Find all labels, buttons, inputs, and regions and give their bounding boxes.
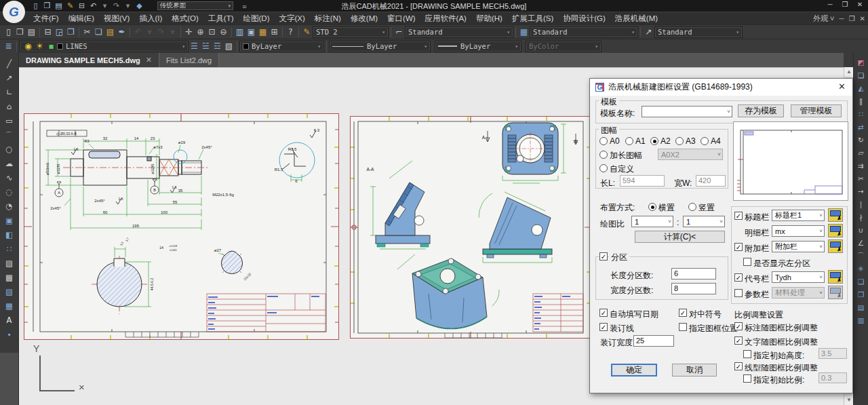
plot-icon[interactable]: ⊟ bbox=[42, 26, 54, 38]
init-scale-checkbox[interactable] bbox=[743, 374, 751, 383]
match-properties-icon[interactable]: ✒ bbox=[116, 26, 127, 38]
text-style-combo[interactable]: STD 2▾ bbox=[313, 26, 389, 38]
ray-icon[interactable]: ↗ bbox=[3, 73, 15, 84]
publish-icon[interactable]: ❐ bbox=[65, 26, 77, 38]
zoom-previous-icon[interactable]: ⊖ bbox=[218, 26, 229, 38]
array-icon[interactable]: ∷ bbox=[856, 109, 867, 119]
menu-view[interactable]: 视图(V) bbox=[99, 12, 134, 25]
circle-icon[interactable]: ○ bbox=[3, 144, 15, 155]
radio-portrait[interactable] bbox=[688, 203, 696, 211]
offset-icon[interactable]: ∥ bbox=[856, 96, 867, 107]
copy-icon[interactable]: ❏ bbox=[93, 26, 104, 38]
mdi-restore-button[interactable]: ❐ bbox=[849, 15, 855, 22]
draworder-front-icon[interactable]: ❏ bbox=[856, 276, 867, 287]
fillet-icon[interactable]: ⌒ bbox=[856, 250, 867, 261]
mleader-style-combo[interactable]: Standard▾ bbox=[654, 26, 743, 38]
template-name-combo[interactable]: ˅ bbox=[642, 106, 732, 117]
redo-icon[interactable]: ↷ bbox=[155, 26, 167, 38]
titleblock-checkbox[interactable]: ✓ bbox=[734, 212, 743, 220]
polygon-icon[interactable]: ⌂ bbox=[3, 101, 15, 113]
radio-landscape[interactable] bbox=[648, 203, 656, 211]
menu-help[interactable]: 帮助(H) bbox=[471, 12, 507, 25]
layer-on-icon[interactable]: ◉ bbox=[22, 40, 34, 52]
tab-close-icon[interactable]: ✕ bbox=[146, 56, 152, 64]
zone-length-field[interactable]: 6 bbox=[671, 268, 716, 279]
frame-position-checkbox[interactable] bbox=[679, 323, 687, 331]
revision-cloud-icon[interactable]: ☁ bbox=[3, 158, 15, 170]
app-logo-icon[interactable]: G bbox=[3, 1, 25, 23]
menu-express[interactable]: 扩展工具(S) bbox=[507, 12, 558, 25]
zone-checkbox[interactable]: ✓ bbox=[599, 252, 608, 261]
layer-combo[interactable]: ◉☀▪ LINES ▾ bbox=[19, 41, 189, 52]
break-icon[interactable]: ∤ bbox=[856, 212, 867, 223]
code-bar-checkbox[interactable]: ✓ bbox=[734, 273, 743, 282]
table-icon[interactable]: ▦ bbox=[3, 301, 15, 312]
zoom-realtime-icon[interactable]: ⊕ bbox=[195, 26, 206, 38]
paste-icon[interactable]: ▤ bbox=[104, 26, 116, 38]
rotate-icon[interactable]: ↻ bbox=[856, 134, 867, 145]
close-button[interactable]: ✕ bbox=[854, 1, 865, 8]
left-zone-checkbox[interactable] bbox=[743, 258, 751, 266]
tab-drawing-sample[interactable]: DRAWING SAMPLE MECH5.dwg ✕ bbox=[19, 53, 159, 67]
scale-denominator-combo[interactable]: 1˅ bbox=[683, 216, 725, 227]
region-icon[interactable]: ▩ bbox=[3, 272, 15, 284]
move-icon[interactable]: ⇄ bbox=[856, 121, 867, 132]
linetype-combo[interactable]: ByLayer▾ bbox=[329, 41, 431, 52]
param-bar-checkbox[interactable] bbox=[734, 289, 743, 297]
append-bar-edit-button[interactable] bbox=[828, 239, 843, 253]
manage-template-button[interactable]: 管理模板 bbox=[791, 104, 842, 117]
radio-extended-size[interactable] bbox=[599, 151, 608, 159]
table-icon[interactable]: ⊞ bbox=[269, 26, 280, 38]
menu-draw[interactable]: 绘图(D) bbox=[239, 12, 275, 25]
scale-numerator-combo[interactable]: 1˅ bbox=[631, 216, 673, 227]
layer-unlock-icon[interactable]: ▪ bbox=[45, 40, 57, 52]
menu-applications[interactable]: 应用软件(A) bbox=[420, 12, 471, 25]
new-icon[interactable]: ▯ bbox=[3, 26, 14, 38]
radio-a1[interactable] bbox=[625, 137, 633, 145]
explode-icon[interactable]: ✳ bbox=[856, 263, 867, 274]
hatch-icon[interactable]: ▨ bbox=[3, 258, 15, 269]
designcenter-icon[interactable]: ▣ bbox=[245, 26, 257, 38]
point-icon[interactable]: ∙ bbox=[3, 329, 15, 341]
menu-insert[interactable]: 插入(I) bbox=[134, 12, 167, 25]
text-icon[interactable]: A bbox=[3, 315, 15, 326]
append-bar-checkbox[interactable]: ✓ bbox=[734, 243, 743, 251]
save-template-button[interactable]: 存为模板 bbox=[738, 104, 784, 117]
gradient-icon[interactable]: ▧ bbox=[3, 286, 15, 298]
dialog-title-bar[interactable]: G 浩辰机械新建图框设置 (GB14689-1993) ✕ bbox=[590, 79, 852, 96]
trim-icon[interactable]: ✂ bbox=[856, 173, 867, 184]
titleblock-edit-button[interactable] bbox=[828, 208, 843, 222]
radio-a4[interactable] bbox=[701, 137, 709, 145]
radio-a2[interactable] bbox=[650, 137, 658, 145]
layer-translate-icon[interactable]: ▧ bbox=[223, 40, 235, 52]
join-icon[interactable]: ∪ bbox=[856, 225, 867, 235]
layer-thaw-icon[interactable]: ☀ bbox=[34, 40, 45, 52]
binding-width-field[interactable]: 25 bbox=[633, 335, 674, 347]
polyline-icon[interactable]: ∟ bbox=[3, 87, 15, 98]
auto-date-checkbox[interactable]: ✓ bbox=[599, 309, 608, 317]
help-icon[interactable]: ? bbox=[285, 26, 296, 38]
undo-icon[interactable]: ↶ bbox=[132, 26, 144, 38]
code-bar-edit-button[interactable] bbox=[828, 270, 843, 284]
line-scale-checkbox[interactable]: ✓ bbox=[734, 362, 743, 370]
dim-style-icon[interactable]: ⌐ bbox=[393, 26, 405, 38]
menu-file[interactable]: 文件(F) bbox=[28, 12, 64, 25]
stretch-icon[interactable]: ⇉ bbox=[856, 160, 867, 171]
menu-tools[interactable]: 工具(T) bbox=[203, 12, 239, 25]
color-combo[interactable]: ByLayer▾ bbox=[239, 41, 324, 52]
insert-block-icon[interactable]: ▣ bbox=[3, 215, 15, 227]
minimize-button[interactable]: ─ bbox=[825, 1, 835, 8]
open-icon[interactable]: ❒ bbox=[14, 26, 26, 38]
make-block-icon[interactable]: ◧ bbox=[3, 229, 15, 241]
menu-mechanical[interactable]: 浩辰机械(M) bbox=[610, 12, 663, 25]
center-symbol-checkbox[interactable]: ✓ bbox=[679, 309, 687, 317]
mirror-icon[interactable]: ◭ bbox=[856, 83, 867, 94]
calculate-button[interactable]: 计算(C)< bbox=[635, 231, 725, 243]
layer-isolate-icon[interactable]: ☲ bbox=[212, 40, 223, 52]
line-icon[interactable]: ╱ bbox=[3, 58, 15, 70]
tab-fits-list[interactable]: Fits List2.dwg bbox=[159, 53, 219, 67]
chamfer-icon[interactable]: ∠ bbox=[856, 237, 867, 248]
redo-dropdown-icon[interactable]: ▾ bbox=[167, 26, 178, 38]
table-style-combo[interactable]: Standard▾ bbox=[530, 26, 638, 38]
mdi-minimize-button[interactable]: ─ bbox=[840, 15, 844, 22]
